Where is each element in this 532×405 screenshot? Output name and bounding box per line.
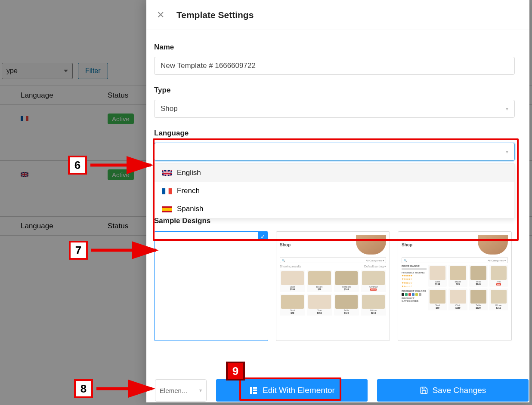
type-select-value: Shop [161,104,178,113]
annotation-number: 6 [68,156,87,175]
language-option-french[interactable]: French [155,182,514,200]
svg-rect-13 [250,387,252,394]
editor-select[interactable]: Elemen… ▾ [155,379,207,402]
modal-title: Template Settings [176,10,254,20]
annotation-number: 8 [74,379,93,398]
language-dropdown: English French Spanish [154,163,515,218]
arrow-right-icon [96,379,157,398]
checkmark-icon: ✓ [258,232,268,241]
editor-select-value: Elemen… [160,387,188,394]
svg-rect-14 [253,387,257,389]
language-select[interactable]: ▾ [154,143,515,161]
language-option-label: English [177,169,201,177]
thumb-title: Shop [280,242,291,247]
annotation-callout-8: 8 [74,379,157,398]
type-select[interactable]: Shop ▾ [154,100,515,118]
thumb-searchbar: 🔍All Categories ▾ [280,257,386,263]
svg-rect-5 [162,188,165,194]
arrow-right-icon [91,241,160,260]
thumb-title: Shop [402,242,412,247]
edit-with-elementor-button[interactable]: Edit With Elementor [216,379,368,402]
save-icon [420,386,428,395]
svg-rect-6 [165,188,168,194]
annotation-callout-7: 7 [69,241,160,260]
svg-rect-9 [162,208,172,211]
language-option-english[interactable]: English [155,164,514,182]
thumb-searchbar: 🔍All Categories ▾ [402,257,508,263]
save-button-label: Save Changes [433,386,486,395]
chair-image [478,235,508,255]
annotation-number: 9 [226,362,245,380]
template-settings-modal: ✕ Template Settings Name Type Shop ▾ Lan… [146,0,529,402]
svg-rect-16 [253,392,257,394]
svg-rect-15 [253,390,257,391]
spanish-flag-icon [162,206,172,212]
annotation-callout-6: 6 [68,156,155,175]
language-option-label: Spanish [177,205,203,213]
annotation-number: 7 [69,241,88,260]
edit-button-label: Edit With Elementor [263,386,335,395]
save-changes-button[interactable]: Save Changes [377,379,529,402]
language-label: Language [154,129,515,138]
sample-design-blank[interactable]: ✓ [154,231,268,341]
language-option-spanish[interactable]: Spanish [155,200,514,218]
arrow-right-icon [90,156,155,175]
chevron-down-icon: ▾ [506,106,508,112]
language-option-label: French [177,187,200,195]
svg-rect-7 [169,188,172,194]
uk-flag-icon [162,170,172,176]
name-label: Name [154,43,515,52]
french-flag-icon [162,188,172,194]
modal-footer: Elemen… ▾ Edit With Elementor Save Chang… [155,379,529,402]
sample-design-shop-sidebar[interactable]: Shop 🔍All Categories ▾ PRICE RANGE PRODU… [398,231,512,341]
chevron-down-icon: ▾ [506,149,508,155]
elementor-icon [249,386,258,395]
name-input[interactable] [154,57,515,75]
annotation-callout-9: 9 [226,362,245,380]
sample-design-shop-grid[interactable]: Shop 🔍All Categories ▾ Showing resultsDe… [276,231,390,341]
chair-image [356,235,386,255]
chevron-down-icon: ▾ [199,387,202,393]
type-label: Type [154,86,515,95]
close-icon[interactable]: ✕ [154,7,167,23]
